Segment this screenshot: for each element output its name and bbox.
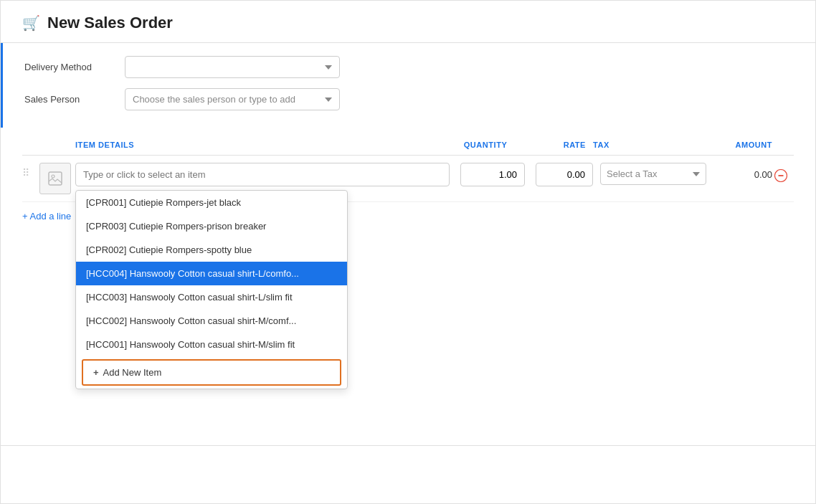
page-title: New Sales Order xyxy=(47,14,173,32)
dropdown-item-hcc003[interactable]: [HCC003] Hanswooly Cotton casual shirt-L… xyxy=(76,285,347,309)
col-header-rate: RATE xyxy=(521,141,586,149)
dropdown-item-cpr001[interactable]: [CPR001] Cutiepie Rompers-jet black xyxy=(76,191,347,214)
item-search-input[interactable] xyxy=(75,163,450,186)
amount-value: 0.00 xyxy=(708,163,772,180)
dropdown-item-hcc002[interactable]: [HCC002] Hanswooly Cotton casual shirt-M… xyxy=(76,309,347,333)
plus-icon: + xyxy=(93,367,99,378)
sales-person-label: Sales Person xyxy=(24,94,125,105)
dropdown-item-cpr002[interactable]: [CPR002] Cutiepie Rompers-spotty blue xyxy=(76,238,347,262)
delivery-method-select[interactable] xyxy=(125,56,340,78)
dropdown-item-hcc001[interactable]: [HCC001] Hanswooly Cotton casual shirt-M… xyxy=(76,333,347,356)
table-row: ⠿ [CPR001] Cutiepie Rompers-jet black [C… xyxy=(22,156,794,202)
item-image xyxy=(39,163,71,194)
remove-item-button[interactable] xyxy=(772,167,789,184)
item-dropdown: [CPR001] Cutiepie Rompers-jet black [CPR… xyxy=(75,190,348,389)
dropdown-item-cpr003[interactable]: [CPR003] Cutiepie Rompers-prison breaker xyxy=(76,214,347,238)
rate-input[interactable] xyxy=(536,163,593,186)
drag-handle[interactable]: ⠿ xyxy=(22,163,39,179)
add-new-item-button[interactable]: + Add New Item xyxy=(82,359,341,386)
col-header-item-details: ITEM DETAILS xyxy=(75,141,450,149)
add-line-button[interactable]: + Add a line xyxy=(22,202,71,230)
quantity-input[interactable] xyxy=(460,163,525,186)
dropdown-item-hcc004[interactable]: [HCC004] Hanswooly Cotton casual shirt-L… xyxy=(76,262,347,285)
sales-person-select[interactable]: Choose the sales person or type to add xyxy=(125,88,340,110)
add-line-label: + Add a line xyxy=(22,211,71,222)
cart-icon: 🛒 xyxy=(22,14,40,32)
col-header-quantity: QUANTITY xyxy=(450,141,521,149)
col-header-amount: AMOUNT xyxy=(701,141,772,149)
svg-rect-0 xyxy=(49,172,62,185)
delivery-method-label: Delivery Method xyxy=(24,62,125,72)
svg-point-1 xyxy=(52,175,54,178)
tax-select[interactable]: Select a Tax xyxy=(600,163,706,185)
col-header-tax: TAX xyxy=(586,141,701,149)
